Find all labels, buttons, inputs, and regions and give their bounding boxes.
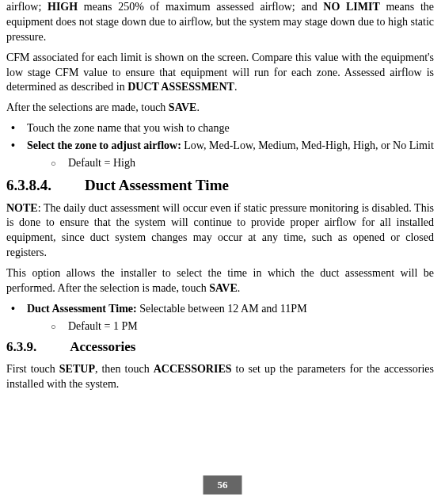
text-fragment: .: [234, 81, 238, 93]
note-text: : The daily duct assessment will occur e…: [6, 202, 434, 259]
page-number: 56: [203, 475, 242, 494]
text-fragment: After the selections are made, touch: [6, 101, 169, 113]
section-number: 6.3.9.: [6, 338, 36, 357]
section1-paragraph-2: This option allows the installer to sele…: [6, 266, 434, 296]
section-number: 6.3.8.4.: [6, 175, 51, 196]
section-title: Duct Assessment Time: [85, 177, 229, 193]
section-title: Accessories: [70, 339, 135, 354]
section-heading-accessories: 6.3.9.Accessories: [6, 338, 434, 357]
bold-duct-assessment-time: Duct Assessment Time:: [27, 303, 137, 315]
text-fragment: .: [238, 282, 241, 294]
bold-nolimit: NO LIMIT: [323, 1, 379, 13]
list-item: Touch the zone name that you wish to cha…: [6, 121, 434, 136]
intro-paragraph-2: CFM associated for each limit is shown o…: [6, 51, 434, 96]
bold-high: HIGH: [48, 1, 78, 13]
text-fragment: Low, Med-Low, Medium, Med-High, High, or…: [181, 139, 434, 151]
bold-select-zone: Select the zone to adjust airflow:: [27, 139, 181, 151]
note-paragraph: NOTE: The daily duct assessment will occ…: [6, 201, 434, 262]
text-fragment: .: [196, 101, 200, 113]
text-fragment: First touch: [6, 363, 59, 375]
bold-duct-assessment: DUCT ASSESSMENT: [127, 81, 234, 93]
text-fragment: means 250% of maximum assessed airflow; …: [78, 1, 323, 13]
bold-save: SAVE: [169, 101, 197, 113]
bold-save: SAVE: [209, 282, 238, 294]
list-item: Duct Assessment Time: Selectable between…: [6, 302, 434, 334]
bullet-list-1: Touch the zone name that you wish to cha…: [6, 121, 434, 171]
intro-paragraph-1: airflow; HIGH means 250% of maximum asse…: [6, 0, 434, 45]
bold-accessories: ACCESSORIES: [154, 363, 232, 375]
sub-list: Default = 1 PM: [27, 319, 434, 334]
sub-list-item: Default = High: [27, 156, 434, 171]
text-fragment: , then touch: [95, 363, 154, 375]
text-fragment: airflow;: [6, 1, 48, 13]
section2-paragraph-1: First touch SETUP, then touch ACCESSORIE…: [6, 362, 434, 392]
note-label: NOTE: [6, 202, 38, 214]
sub-list-item: Default = 1 PM: [27, 319, 434, 334]
sub-list: Default = High: [27, 156, 434, 171]
section-heading-duct-assessment-time: 6.3.8.4.Duct Assessment Time: [6, 175, 434, 196]
text-fragment: Selectable between 12 AM and 11PM: [137, 303, 307, 315]
bold-setup: SETUP: [59, 363, 95, 375]
bullet-list-2: Duct Assessment Time: Selectable between…: [6, 302, 434, 334]
intro-paragraph-3: After the selections are made, touch SAV…: [6, 101, 434, 116]
list-item: Select the zone to adjust airflow: Low, …: [6, 139, 434, 171]
